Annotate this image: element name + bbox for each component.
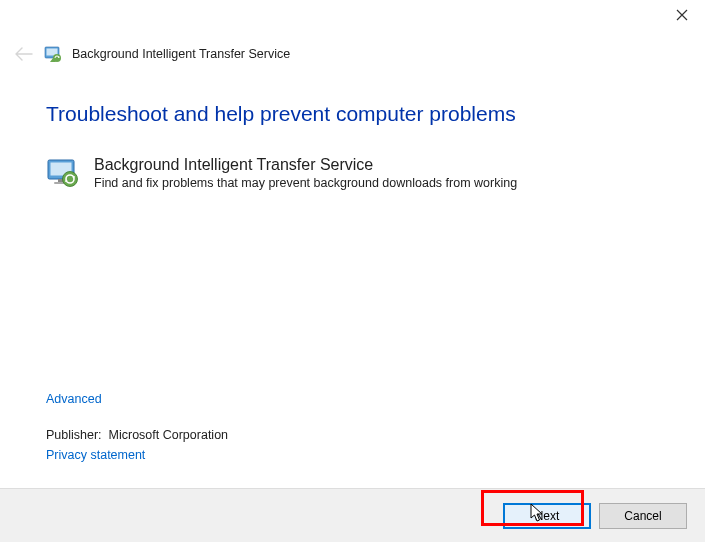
cancel-button[interactable]: Cancel bbox=[599, 503, 687, 529]
advanced-link[interactable]: Advanced bbox=[46, 392, 646, 406]
troubleshooter-icon bbox=[46, 158, 80, 188]
publisher-row: Publisher: Microsoft Corporation bbox=[46, 428, 646, 442]
page-heading: Troubleshoot and help prevent computer p… bbox=[46, 102, 659, 126]
troubleshoot-header-icon bbox=[44, 45, 62, 63]
window-title: Background Intelligent Transfer Service bbox=[72, 47, 290, 61]
header-row: Background Intelligent Transfer Service bbox=[0, 36, 705, 80]
back-arrow-icon bbox=[15, 47, 33, 61]
bottom-links: Advanced Publisher: Microsoft Corporatio… bbox=[46, 392, 646, 462]
back-button bbox=[14, 44, 34, 64]
troubleshooter-text: Background Intelligent Transfer Service … bbox=[94, 156, 517, 190]
troubleshooter-item: Background Intelligent Transfer Service … bbox=[46, 156, 659, 190]
svg-point-2 bbox=[53, 54, 61, 62]
content-area: Troubleshoot and help prevent computer p… bbox=[0, 102, 705, 190]
close-icon bbox=[676, 9, 688, 21]
close-button[interactable] bbox=[659, 0, 705, 30]
footer-bar: Next Cancel bbox=[0, 488, 705, 542]
titlebar bbox=[0, 0, 705, 36]
svg-point-7 bbox=[63, 172, 78, 187]
privacy-statement-link[interactable]: Privacy statement bbox=[46, 448, 145, 462]
next-button[interactable]: Next bbox=[503, 503, 591, 529]
publisher-label: Publisher: bbox=[46, 428, 102, 442]
troubleshooter-title: Background Intelligent Transfer Service bbox=[94, 156, 517, 174]
publisher-value: Microsoft Corporation bbox=[109, 428, 229, 442]
troubleshooter-description: Find and fix problems that may prevent b… bbox=[94, 176, 517, 190]
